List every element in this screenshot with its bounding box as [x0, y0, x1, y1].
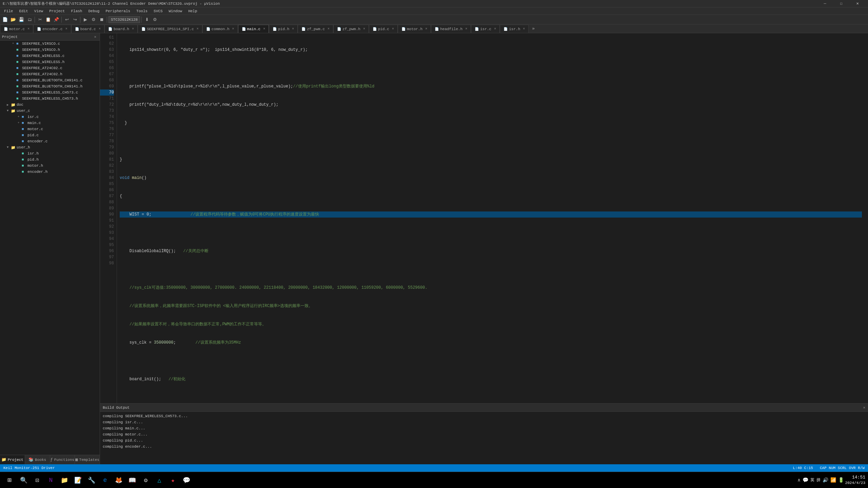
taskbar-edge[interactable]: e: [99, 474, 111, 486]
menu-flash[interactable]: Flash: [68, 8, 85, 14]
maximize-button[interactable]: □: [833, 0, 849, 7]
sidebar-nav-functions[interactable]: ƒ Functions: [50, 455, 75, 465]
tree-item-encoder-h[interactable]: ■ encoder.h: [0, 169, 100, 175]
tab-motor-h[interactable]: 📄motor.h×: [398, 25, 431, 33]
tree-item-user-c[interactable]: ▼ 📁 user_c: [0, 108, 100, 114]
tab-pid-c[interactable]: 📄pid.c×: [369, 25, 398, 33]
menu-view[interactable]: View: [32, 8, 46, 14]
toolbar-save[interactable]: 💾: [18, 16, 25, 23]
menu-debug[interactable]: Debug: [85, 8, 102, 14]
menu-window[interactable]: Window: [166, 8, 185, 14]
tray-network[interactable]: 📶: [830, 477, 836, 483]
taskbar-firefox[interactable]: 🦊: [113, 474, 125, 486]
toolbar-undo[interactable]: ↩: [63, 16, 71, 23]
tree-item-seekfree-bt-h[interactable]: ■ SEEKFREE_BLUETOOTH_CH9141.h: [0, 83, 100, 89]
tree-item-user-h[interactable]: ▼ 📁 user_h: [0, 144, 100, 150]
code-content[interactable]: ips114_showstr(0, 6, "duty_r ="); ips114…: [117, 33, 865, 403]
menu-peripherals[interactable]: Peripherals: [103, 8, 133, 14]
taskbar-notes[interactable]: 📝: [72, 474, 84, 486]
taskbar-clock[interactable]: 14:51 2024/4/23: [845, 474, 865, 486]
tab-icon-isr-c: 📄: [475, 27, 479, 31]
taskbar-kindle[interactable]: 📖: [126, 474, 138, 486]
minimize-button[interactable]: ─: [817, 0, 833, 7]
toolbar-copy[interactable]: 📋: [44, 16, 52, 23]
toolbar-paste[interactable]: 📌: [53, 16, 60, 23]
toolbar-new[interactable]: 📄: [1, 16, 9, 23]
project-tree[interactable]: + ■ SEEKFREE_VIRSCO.c ■ SEEKFREE_VIRSCO.…: [0, 41, 100, 455]
tree-item-seekfree-at24c02-c[interactable]: ■ SEEKFREE_AT24C02.c: [0, 65, 100, 71]
tree-item-seekfree-wireless-ch573-h[interactable]: ■ SEEKFREE_WIRELESS_CH573.h: [0, 96, 100, 102]
start-button[interactable]: ⊞: [3, 473, 16, 487]
menu-help[interactable]: Help: [185, 8, 200, 14]
close-button[interactable]: ✕: [850, 0, 865, 7]
tab-isr-c[interactable]: 📄isr.c×: [471, 25, 500, 33]
toolbar-redo[interactable]: ↪: [71, 16, 79, 23]
tab-encoder-c[interactable]: 📄encoder.c×: [33, 25, 71, 33]
tab-seekfree-ips[interactable]: 📄SEEKFREE_IPS114_SPI.c×: [138, 25, 202, 33]
menu-project[interactable]: Project: [46, 8, 67, 14]
taskbar-explorer[interactable]: 📁: [58, 474, 71, 486]
menu-tools[interactable]: Tools: [134, 8, 150, 14]
editor-scrollbar[interactable]: [865, 33, 868, 403]
chip-selector[interactable]: STC32G12K128: [108, 16, 140, 23]
tab-motor-c[interactable]: 📄motor.c×: [0, 25, 33, 33]
build-output-close-btn[interactable]: ✕: [863, 405, 865, 410]
toolbar-cut[interactable]: ✂: [36, 16, 44, 23]
tab-pid-h[interactable]: 📄pid.h×: [269, 25, 298, 33]
toolbar-stop[interactable]: ⏹: [98, 16, 105, 23]
taskbar-app7[interactable]: △: [153, 474, 165, 486]
taskbar-onenote[interactable]: N: [45, 474, 57, 486]
toolbar-open[interactable]: 📂: [9, 16, 17, 23]
taskbar-app6[interactable]: ⚙: [140, 474, 152, 486]
tree-item-doc[interactable]: ▶ 📁 doc: [0, 102, 100, 108]
menu-file[interactable]: File: [1, 8, 16, 14]
code-editor[interactable]: 61 62 63 64 65 66 67 68 69 70 71 72 73 7…: [100, 33, 868, 403]
taskbar-search[interactable]: 🔍: [18, 474, 30, 486]
tree-item-motor-c[interactable]: ■ motor.c: [0, 126, 100, 132]
toolbar-saveall[interactable]: 🗂: [26, 16, 33, 23]
tree-item-isr-c[interactable]: + ■ isr.c: [0, 114, 100, 120]
tree-item-encoder-c[interactable]: ■ encoder.c: [0, 138, 100, 144]
taskbar-app5[interactable]: 🔧: [85, 474, 98, 486]
toolbar-rebuild[interactable]: ⚙: [90, 16, 97, 23]
tree-item-seekfree-virsco-c[interactable]: + ■ SEEKFREE_VIRSCO.c: [0, 41, 100, 47]
tree-item-seekfree-bt-c[interactable]: ■ SEEKFREE_BLUETOOTH_CH9141.c: [0, 77, 100, 83]
tree-item-main-c[interactable]: + ■ main.c: [0, 120, 100, 126]
tab-isr-h[interactable]: 📄isr.h×: [500, 25, 529, 33]
tray-volume[interactable]: 🔊: [823, 477, 828, 483]
tree-item-seekfree-wireless-h[interactable]: ■ SEEKFREE_WIRELESS.h: [0, 59, 100, 65]
tree-item-pid-h[interactable]: ■ pid.h: [0, 157, 100, 163]
tree-item-isr-h[interactable]: ■ isr.h: [0, 150, 100, 157]
tab-zf-pwm-h[interactable]: 📄zf_pwm.h×: [333, 25, 369, 33]
tab-more-button[interactable]: »: [529, 26, 537, 31]
toolbar-build[interactable]: ▶: [82, 16, 89, 23]
tab-zf-pwm-c[interactable]: 📄zf_pwm.c×: [298, 25, 333, 33]
tray-battery[interactable]: 🔋: [838, 477, 844, 483]
toolbar-settings[interactable]: ⚙: [151, 16, 159, 23]
tray-wechat[interactable]: 💬: [803, 477, 808, 483]
tree-item-seekfree-at24c02-h[interactable]: ■ SEEKFREE_AT24C02.h: [0, 71, 100, 77]
taskbar-app8[interactable]: ★: [167, 474, 179, 486]
tree-item-seekfree-virsco-h[interactable]: ■ SEEKFREE_VIRSCO.h: [0, 47, 100, 53]
menu-edit[interactable]: Edit: [16, 8, 31, 14]
menu-svcs[interactable]: SVCS: [151, 8, 165, 14]
taskbar-wechat[interactable]: 💬: [180, 474, 193, 486]
tab-headfile-h[interactable]: 📄headfile.h×: [431, 25, 471, 33]
tray-lang-cn[interactable]: 拼: [816, 477, 821, 483]
tree-item-motor-h[interactable]: ■ motor.h: [0, 163, 100, 169]
tree-item-seekfree-wireless-ch573-c[interactable]: ■ SEEKFREE_WIRELESS_CH573.c: [0, 89, 100, 96]
tray-lang-en[interactable]: 英: [810, 477, 814, 483]
taskbar-taskview[interactable]: ⊡: [31, 474, 43, 486]
sidebar-nav-templates[interactable]: ▦ Templates: [75, 455, 100, 465]
tray-chevron[interactable]: ∧: [797, 477, 800, 483]
sidebar-nav-project[interactable]: 📁 Project: [0, 455, 25, 465]
tab-common-h[interactable]: 📄common.h×: [202, 25, 238, 33]
toolbar-download[interactable]: ⬇: [143, 16, 151, 23]
tab-board-h[interactable]: 📄board.h×: [104, 25, 138, 33]
tree-item-seekfree-wireless-c[interactable]: ■ SEEKFREE_WIRELESS.c: [0, 53, 100, 59]
tab-main-c[interactable]: 📄main.c×: [238, 25, 269, 33]
sidebar-collapse-btn[interactable]: ✕: [93, 35, 98, 39]
tab-board-c[interactable]: 📄board.c×: [71, 25, 104, 33]
tree-item-pid-c[interactable]: ■ pid.c: [0, 132, 100, 138]
sidebar-nav-books[interactable]: 📚 Books: [25, 455, 50, 465]
